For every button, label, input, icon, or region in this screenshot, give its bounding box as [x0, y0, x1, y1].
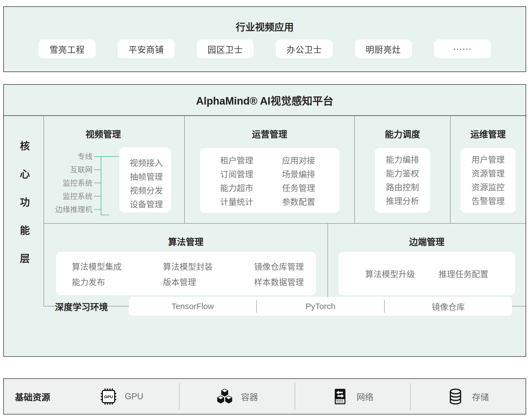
algorithm-mgmt-box: 算法模型集成 算法模型封装 镜像仓库管理 能力发布 版本管理 样本数据管理 [56, 252, 316, 295]
ops-maintenance-section: 运维管理 用户管理 资源管理 资源监控 告警管理 [451, 116, 526, 223]
app-box-pingan: 平安商铺 [118, 39, 174, 58]
ops-maintenance-box: 用户管理 资源管理 资源监控 告警管理 [460, 148, 516, 213]
edge-item: 推理任务配置 [439, 267, 488, 280]
connector-line-row1 [94, 156, 119, 157]
resource-item-storage: 存储 [410, 379, 526, 414]
gpu-icon: GPU [100, 388, 117, 405]
algorithm-mgmt-title: 算法管理 [168, 236, 203, 248]
operation-item: 任务管理 [282, 181, 340, 193]
ops-item: 资源监控 [460, 180, 516, 194]
video-source-label: 专线 [49, 150, 92, 163]
app-box-more: ······ [434, 39, 491, 58]
video-source-label: 互联网 [49, 163, 92, 177]
dl-env-item-pytorch: PyTorch [257, 297, 384, 316]
dl-env-item-tensorflow: TensorFlow [129, 297, 256, 316]
operation-mgmt-title: 运营管理 [252, 128, 287, 140]
base-resources-panel: 基础资源 [3, 378, 526, 414]
ops-maintenance-title: 运维管理 [470, 128, 506, 140]
resource-label-network: 网络 [356, 390, 373, 403]
connector-line-row5 [94, 209, 101, 210]
video-function-item: 视频分发 [130, 184, 171, 198]
video-functions-box: 视频接入 抽帧管理 视频分发 设备管理 [119, 147, 171, 212]
algorithm-item: 版本管理 [163, 275, 254, 288]
platform-panel: AlphaMind® AI视觉感知平台 核心功能层 视频管理 专线 互联网 监控… [3, 84, 526, 357]
algorithm-item: 镜像仓库管理 [254, 260, 316, 272]
edge-mgmt-section: 边端管理 算法模型升级 推理任务配置 [328, 224, 526, 306]
capability-item: 能力编排 [375, 153, 430, 167]
app-box-xueliang: 雪亮工程 [39, 39, 96, 58]
dl-env-item-registry: 镜像仓库 [385, 297, 512, 316]
resource-label-container: 容器 [241, 390, 258, 403]
capability-item: 推理分析 [375, 194, 430, 208]
edge-mgmt-title: 边端管理 [409, 236, 444, 248]
algorithm-mgmt-section: 算法管理 算法模型集成 算法模型封装 镜像仓库管理 能力发布 版本管理 样本数据… [44, 224, 328, 306]
platform-title: AlphaMind® AI视觉感知平台 [4, 85, 526, 116]
connector-line-hook [101, 215, 109, 215]
resource-label-gpu: GPU [125, 392, 143, 402]
app-box-yuanqu: 园区卫士 [197, 39, 254, 58]
core-function-layer-label: 核心功能层 [19, 141, 29, 281]
resource-item-gpu: GPU GPU [64, 379, 179, 414]
app-box-mingchu: 明厨亮灶 [355, 39, 412, 58]
algorithm-item: 能力发布 [72, 275, 163, 288]
architecture-diagram: 行业视频应用 雪亮工程 平安商铺 园区卫士 办公卫士 明厨亮灶 ······ A… [0, 0, 530, 420]
algorithm-item: 样本数据管理 [254, 275, 316, 288]
ops-item: 用户管理 [460, 153, 516, 167]
app-box-bangong: 办公卫士 [276, 39, 333, 58]
resource-label-storage: 存储 [472, 390, 489, 403]
video-function-item: 设备管理 [130, 198, 171, 211]
operation-item: 能力超市 [220, 181, 282, 193]
core-function-layer-column: 核心功能层 [4, 116, 44, 306]
operation-item: 租户管理 [220, 154, 282, 166]
algorithm-item: 算法模型集成 [72, 260, 163, 272]
gpu-icon-text: GPU [104, 394, 113, 399]
industry-apps-title: 行业视频应用 [4, 21, 526, 33]
capability-item: 能力鉴权 [375, 167, 430, 180]
operation-item: 订阅管理 [220, 168, 282, 180]
operation-mgmt-section: 运营管理 租户管理 应用对接 订阅管理 场景编排 能力超市 任务管理 计量统计 … [185, 116, 355, 223]
capability-item: 路由控制 [375, 180, 430, 194]
operation-item: 场景编排 [282, 168, 340, 180]
video-source-label: 边缘推理机 [49, 203, 92, 216]
ops-item: 资源管理 [460, 167, 516, 180]
network-icon [332, 388, 349, 405]
capability-scheduling-section: 能力调度 能力编排 能力鉴权 路由控制 推理分析 [355, 116, 451, 223]
video-mgmt-title: 视频管理 [44, 128, 163, 140]
connector-line-row3 [94, 183, 101, 183]
video-source-label: 监控系统 [49, 177, 92, 190]
video-mgmt-section: 视频管理 专线 互联网 监控系统 监控系统 边缘推理机 [44, 116, 185, 223]
resource-item-container: 容器 [179, 379, 295, 414]
connector-line-row2 [94, 169, 101, 170]
video-function-item: 视频接入 [130, 156, 171, 170]
capability-scheduling-title: 能力调度 [385, 128, 420, 140]
capability-scheduling-box: 能力编排 能力鉴权 路由控制 推理分析 [375, 148, 430, 213]
industry-video-apps-panel: 行业视频应用 雪亮工程 平安商铺 园区卫士 办公卫士 明厨亮灶 ······ [3, 6, 526, 72]
connector-line-row4 [94, 196, 101, 196]
connector-line-vertical [101, 156, 101, 215]
base-resources-label: 基础资源 [4, 379, 64, 414]
video-source-label: 监控系统 [49, 190, 92, 203]
platform-main: 核心功能层 视频管理 专线 互联网 监控系统 监控系统 边缘推理机 [4, 116, 526, 306]
operation-item: 参数配置 [282, 195, 340, 207]
ops-item: 告警管理 [460, 194, 516, 208]
resource-item-network: 网络 [295, 379, 410, 414]
edge-item: 算法模型升级 [365, 267, 415, 280]
operation-mgmt-box: 租户管理 应用对接 订阅管理 场景编排 能力超市 任务管理 计量统计 参数配置 [200, 148, 340, 213]
video-function-item: 抽帧管理 [130, 170, 171, 184]
container-icon [216, 388, 233, 405]
operation-item: 应用对接 [282, 154, 340, 166]
algorithm-item: 算法模型封装 [163, 260, 254, 272]
edge-mgmt-box: 算法模型升级 推理任务配置 [338, 252, 515, 295]
deep-learning-env-label: 深度学习环境 [55, 300, 108, 313]
storage-icon [447, 388, 464, 405]
industry-apps-row: 雪亮工程 平安商铺 园区卫士 办公卫士 明厨亮灶 ······ [4, 39, 526, 58]
video-sources: 专线 互联网 监控系统 监控系统 边缘推理机 [49, 150, 92, 216]
deep-learning-env-box: TensorFlow PyTorch 镜像仓库 [129, 297, 512, 316]
operation-item: 计量统计 [220, 195, 282, 207]
